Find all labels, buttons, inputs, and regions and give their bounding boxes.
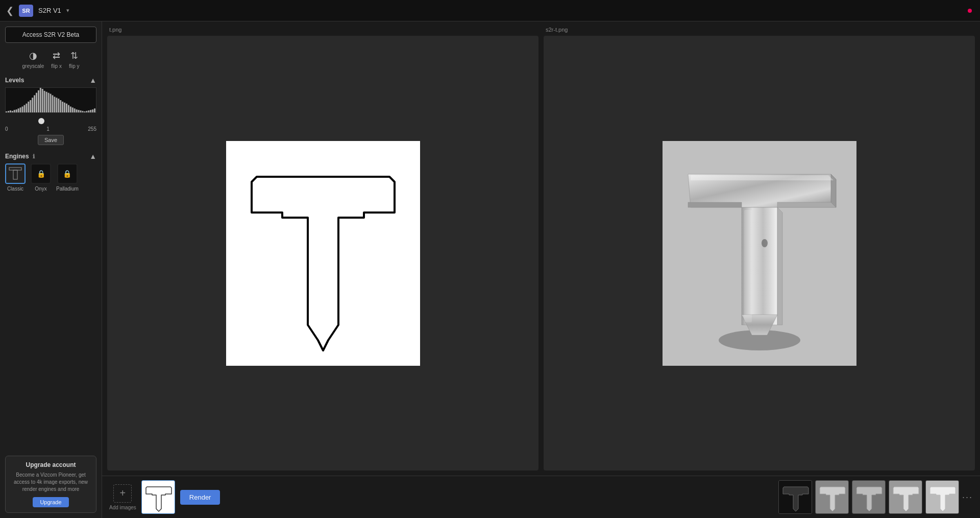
levels-values: 0 1 255	[5, 126, 96, 132]
more-options-button[interactable]: ···	[962, 492, 973, 503]
topbar-right	[968, 9, 974, 13]
flip-y-control[interactable]: ⇅ flip y	[69, 50, 80, 69]
dropdown-arrow-icon[interactable]: ▾	[66, 7, 69, 14]
engine-grid: Classic Onyx	[5, 163, 96, 192]
svg-marker-17	[688, 202, 742, 207]
engine-onyx-label: Onyx	[35, 186, 46, 192]
levels-slider[interactable]	[5, 116, 96, 124]
status-indicator	[968, 9, 972, 13]
topbar: ❮ SR S2R V1 ▾	[0, 0, 980, 21]
flip-x-label: flip x	[51, 63, 62, 69]
output-image-label: s2r-t.png	[544, 27, 975, 33]
flip-y-icon: ⇅	[70, 50, 78, 61]
bottom-bar: + Add images Render	[102, 476, 980, 518]
upgrade-title: Upgrade account	[11, 461, 91, 468]
rendered-thumbnail-1[interactable]	[815, 480, 849, 514]
output-image-container	[544, 36, 975, 470]
levels-collapse-button[interactable]: ▲	[89, 76, 96, 84]
engines-info-icon: ℹ	[33, 153, 35, 159]
engine-palladium[interactable]: Palladium	[56, 163, 79, 192]
chevron-left-icon[interactable]: ❮	[6, 5, 14, 16]
engines-header: Engines ℹ ▲	[5, 152, 96, 160]
engine-palladium-label: Palladium	[56, 186, 79, 192]
engine-palladium-thumb	[57, 163, 78, 184]
output-image-panel: s2r-t.png	[544, 27, 975, 470]
app-title: S2R V1	[38, 7, 61, 14]
svg-marker-16	[691, 175, 834, 180]
canvas-area: t.png s2r-t.png	[102, 21, 980, 476]
greyscale-icon: ◑	[29, 50, 37, 61]
add-images-plus-icon: +	[113, 484, 132, 503]
histogram-canvas	[6, 88, 96, 112]
levels-mid-slider[interactable]	[5, 121, 96, 122]
input-image-container	[107, 36, 538, 470]
levels-section: Levels ▲ 0 1 255 Save	[5, 76, 96, 145]
input-image-panel: t.png	[107, 27, 538, 470]
upgrade-description: Become a Vizcom Pioneer, get access to 4…	[11, 472, 91, 493]
access-s2r-v2-button[interactable]: Access S2R V2 Beta	[5, 27, 96, 43]
bottom-content: + Add images Render	[109, 480, 973, 514]
levels-mid: 1	[46, 126, 50, 132]
rendered-thumbnail-3[interactable]	[889, 480, 922, 514]
upgrade-box: Upgrade account Become a Vizcom Pioneer,…	[5, 456, 96, 513]
app-badge: SR	[19, 5, 33, 17]
levels-save-button[interactable]: Save	[38, 135, 64, 145]
greyscale-label: greyscale	[22, 63, 44, 69]
input-thumbnail-0[interactable]	[141, 480, 175, 514]
engine-onyx-thumb	[31, 163, 51, 184]
image-controls: ◑ greyscale ⇄ flip x ⇅ flip y	[5, 50, 96, 69]
add-images-button[interactable]: + Add images	[109, 484, 136, 510]
main-layout: Access S2R V2 Beta ◑ greyscale ⇄ flip x …	[0, 21, 980, 518]
levels-min: 0	[5, 126, 8, 132]
engine-classic-thumb	[5, 163, 26, 184]
engines-collapse-button[interactable]: ▲	[89, 152, 96, 160]
input-thumbnails-row	[141, 480, 175, 514]
engines-title: Engines ℹ	[5, 153, 35, 160]
sidebar: Access S2R V2 Beta ◑ greyscale ⇄ flip x …	[0, 21, 102, 518]
flip-x-icon: ⇄	[53, 50, 60, 61]
upgrade-button[interactable]: Upgrade	[33, 497, 68, 507]
rendered-thumbnails-row: ···	[778, 480, 973, 514]
svg-marker-14	[777, 207, 782, 325]
flip-x-control[interactable]: ⇄ flip x	[51, 50, 62, 69]
svg-rect-3	[32, 164, 50, 183]
rendered-thumbnail-0[interactable]	[778, 480, 812, 514]
levels-save-row: Save	[5, 135, 96, 145]
svg-marker-18	[777, 202, 836, 207]
rendered-thumbnail-2[interactable]	[852, 480, 886, 514]
levels-histogram	[5, 87, 96, 113]
svg-rect-4	[58, 164, 77, 183]
svg-rect-20	[744, 210, 752, 322]
bottom-left-section: + Add images Render	[109, 480, 220, 514]
svg-point-19	[762, 239, 768, 247]
sketch-t-image	[226, 141, 420, 366]
svg-rect-0	[6, 164, 24, 183]
add-images-label: Add images	[109, 505, 136, 510]
render-button[interactable]: Render	[180, 490, 220, 505]
levels-header: Levels ▲	[5, 76, 96, 84]
flip-y-label: flip y	[69, 63, 80, 69]
rendered-thumbnail-4[interactable]	[925, 480, 959, 514]
engine-onyx[interactable]: Onyx	[31, 163, 51, 192]
levels-max: 255	[88, 126, 96, 132]
levels-title: Levels	[5, 77, 24, 84]
engine-classic[interactable]: Classic	[5, 163, 26, 192]
engine-classic-label: Classic	[7, 186, 23, 192]
bottom-actions: + Add images Render	[109, 480, 220, 514]
input-image-label: t.png	[107, 27, 538, 33]
rendered-t-image	[663, 141, 856, 366]
greyscale-control[interactable]: ◑ greyscale	[22, 50, 44, 69]
engines-section: Engines ℹ ▲ Classic	[5, 152, 96, 192]
content-area: t.png s2r-t.png	[102, 21, 980, 518]
